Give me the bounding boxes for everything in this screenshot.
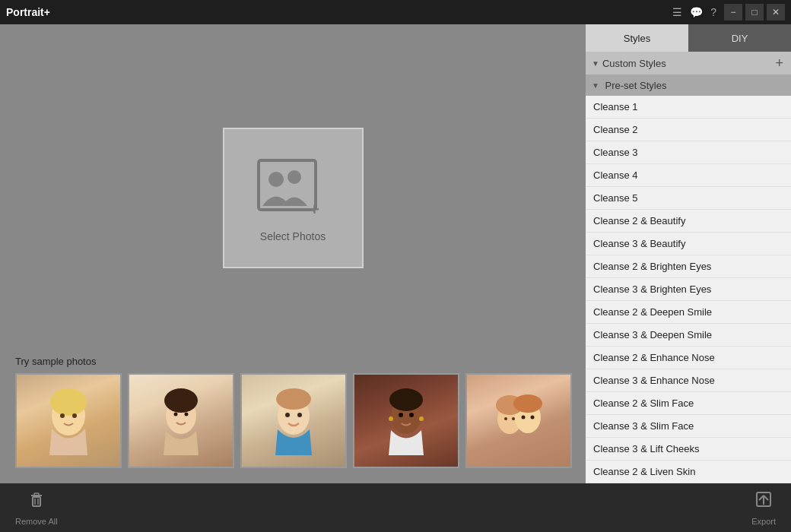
- tab-styles[interactable]: Styles: [586, 24, 688, 52]
- svg-point-10: [174, 412, 178, 416]
- photo-1-image: [17, 375, 120, 467]
- app-title: Portrait+: [6, 6, 50, 18]
- svg-point-26: [504, 417, 507, 420]
- custom-styles-label: Custom Styles: [602, 58, 774, 69]
- title-bar: Portrait+ ☰ 💬 ? − □ ✕: [0, 0, 791, 24]
- style-item-cleanse-5[interactable]: Cleanse 5: [586, 187, 791, 210]
- sample-photo-1[interactable]: [15, 373, 122, 468]
- select-photos-area: + Select Photos: [15, 40, 570, 356]
- custom-styles-section: ▼ Custom Styles +: [586, 52, 791, 74]
- svg-point-17: [389, 388, 423, 411]
- close-button[interactable]: ✕: [767, 4, 785, 21]
- photo-5-image: [467, 375, 570, 467]
- sample-photo-5[interactable]: [465, 373, 572, 468]
- photo-2-image: [129, 375, 233, 467]
- trash-icon: [27, 489, 46, 514]
- style-item-cleanse-3-brighten-eyes[interactable]: Cleanse 3 & Brighten Eyes: [586, 278, 791, 301]
- export-icon: [754, 489, 774, 514]
- portrait-2-svg: [151, 387, 211, 455]
- maximize-button[interactable]: □: [745, 4, 764, 21]
- remove-all-label: Remove All: [15, 517, 58, 526]
- svg-point-6: [60, 413, 65, 418]
- svg-point-20: [389, 416, 393, 421]
- style-item-cleanse-2-beautify[interactable]: Cleanse 2 & Beautify: [586, 210, 791, 233]
- svg-point-29: [531, 415, 535, 419]
- style-item-cleanse-2[interactable]: Cleanse 2: [586, 119, 791, 141]
- sample-section: Try sample photos: [15, 356, 570, 468]
- style-item-cleanse-2-enhance-nose[interactable]: Cleanse 2 & Enhance Nose: [586, 347, 791, 369]
- select-photos-label: Select Photos: [260, 230, 326, 242]
- svg-point-13: [276, 388, 311, 410]
- style-item-cleanse-3-slim-face[interactable]: Cleanse 3 & Slim Face: [586, 415, 791, 438]
- custom-styles-arrow: ▼: [592, 59, 599, 68]
- sample-photo-3[interactable]: [240, 373, 347, 468]
- style-item-cleanse-2-slim-face[interactable]: Cleanse 2 & Slim Face: [586, 392, 791, 415]
- portrait-3-svg: [263, 387, 324, 455]
- style-item-cleanse-2-brighten-eyes[interactable]: Cleanse 2 & Brighten Eyes: [586, 255, 791, 278]
- photo-4-image: [354, 375, 458, 467]
- style-item-cleanse-3-lift-cheeks[interactable]: Cleanse 3 & Lift Cheeks: [586, 438, 791, 461]
- svg-point-7: [72, 413, 77, 418]
- portrait-5-svg: [488, 387, 549, 455]
- svg-point-5: [50, 388, 87, 416]
- svg-point-25: [513, 394, 542, 413]
- style-item-cleanse-4[interactable]: Cleanse 4: [586, 164, 791, 187]
- bottom-bar: Remove All Export: [0, 483, 791, 532]
- style-item-cleanse-2-deepen-smile[interactable]: Cleanse 2 & Deepen Smile: [586, 301, 791, 324]
- svg-point-2: [287, 170, 301, 184]
- styles-list[interactable]: Cleanse 1Cleanse 2Cleanse 3Cleanse 4Clea…: [586, 96, 791, 483]
- svg-point-28: [522, 415, 526, 419]
- portrait-4-svg: [376, 387, 437, 455]
- sample-photos-label: Try sample photos: [15, 356, 570, 367]
- select-photos-button[interactable]: + Select Photos: [223, 128, 364, 268]
- svg-point-21: [419, 416, 424, 421]
- svg-point-11: [185, 412, 189, 416]
- comment-icon[interactable]: 💬: [690, 6, 703, 18]
- export-button[interactable]: Export: [751, 489, 776, 526]
- photo-3-image: [242, 375, 345, 467]
- svg-point-15: [297, 413, 302, 417]
- title-bar-controls: − □ ✕: [724, 4, 785, 21]
- preset-styles-arrow: ▼: [592, 81, 599, 90]
- tab-diy[interactable]: DIY: [688, 24, 791, 52]
- svg-point-9: [164, 388, 198, 413]
- svg-rect-30: [33, 497, 40, 506]
- svg-point-19: [409, 413, 414, 417]
- preset-styles-section: ▼ Pre-set Styles: [586, 74, 791, 96]
- svg-rect-32: [34, 493, 39, 496]
- style-item-cleanse-3-enhance-nose[interactable]: Cleanse 3 & Enhance Nose: [586, 369, 791, 392]
- sample-photo-2[interactable]: [128, 373, 234, 468]
- styles-content: ▼ Custom Styles + ▼ Pre-set Styles Clean…: [586, 52, 791, 483]
- export-label: Export: [751, 517, 776, 526]
- help-icon[interactable]: ?: [710, 6, 716, 18]
- photo-icon: +: [255, 153, 331, 221]
- svg-point-14: [285, 413, 290, 417]
- title-bar-left: Portrait+: [6, 6, 50, 18]
- preset-styles-label: Pre-set Styles: [605, 80, 667, 91]
- svg-text:+: +: [310, 200, 319, 219]
- svg-point-27: [512, 417, 515, 420]
- add-custom-style-button[interactable]: +: [774, 56, 785, 70]
- list-icon[interactable]: ☰: [672, 6, 682, 18]
- style-item-cleanse-3-beautify[interactable]: Cleanse 3 & Beautify: [586, 233, 791, 255]
- left-panel: + Select Photos Try sample photos: [0, 24, 586, 483]
- style-item-cleanse-3-deepen-smile[interactable]: Cleanse 3 & Deepen Smile: [586, 324, 791, 347]
- right-panel: Styles DIY ▼ Custom Styles + ▼ Pre-set S…: [586, 24, 791, 483]
- sample-photo-4[interactable]: [353, 373, 459, 468]
- style-item-cleanse-3[interactable]: Cleanse 3: [586, 141, 791, 164]
- portrait-1-svg: [38, 387, 99, 455]
- svg-point-1: [268, 172, 284, 187]
- tabs-bar: Styles DIY: [586, 24, 791, 52]
- sample-photos-list: [15, 373, 570, 468]
- svg-point-18: [399, 413, 403, 417]
- style-item-cleanse-1[interactable]: Cleanse 1: [586, 96, 791, 119]
- main-layout: + Select Photos Try sample photos: [0, 24, 791, 483]
- style-item-cleanse-2-liven-skin[interactable]: Cleanse 2 & Liven Skin: [586, 461, 791, 483]
- remove-all-button[interactable]: Remove All: [15, 489, 58, 526]
- minimize-button[interactable]: −: [724, 4, 742, 21]
